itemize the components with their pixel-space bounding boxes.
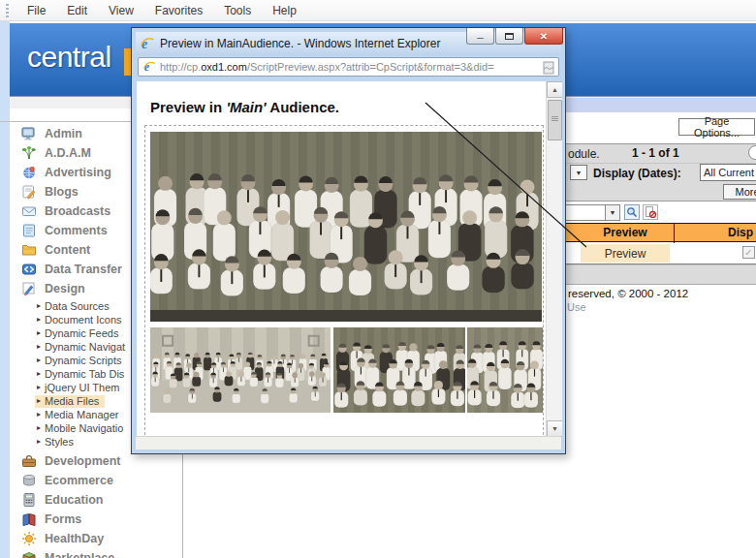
sidebar-subitem-label: Media Files xyxy=(45,395,99,407)
sidebar-subitem-label: Document Icons xyxy=(45,314,121,326)
content-icon xyxy=(21,242,37,258)
central-logo: central xyxy=(27,41,111,74)
tree-bullet-icon: ▸ xyxy=(37,342,41,351)
display-checkbox[interactable]: ✓ xyxy=(742,246,755,259)
scrollbar-thumb[interactable] xyxy=(548,100,562,140)
group-photo-small-1 xyxy=(150,327,331,413)
group-photo-main xyxy=(150,132,542,322)
sidebar-item-marketplace[interactable]: Marketplace xyxy=(10,548,182,558)
ie-icon: e xyxy=(140,36,155,51)
development-icon xyxy=(21,453,37,469)
tree-bullet-icon: ▸ xyxy=(37,383,41,391)
group-photo-small-2 xyxy=(333,327,465,413)
page-options-button[interactable]: Page Options... xyxy=(678,118,755,136)
sidebar-item-label: Data Transfer xyxy=(45,263,122,276)
menu-favorites[interactable]: Favorites xyxy=(144,0,213,21)
sidebar-item-label: Content xyxy=(45,243,90,257)
popup-scrollbar[interactable]: ▲ ▼ xyxy=(546,81,562,437)
marketplace-icon xyxy=(21,550,37,558)
tree-bullet-icon: ▸ xyxy=(37,328,41,337)
forms-icon xyxy=(21,512,37,527)
minimize-button[interactable]: ─ xyxy=(466,28,494,45)
menu-tools[interactable]: Tools xyxy=(213,0,262,21)
group-photo-small-3 xyxy=(467,327,543,413)
sidebar-subitem-label: jQuery UI Them xyxy=(45,382,119,393)
filter-dropdown-button[interactable]: ▼ xyxy=(570,165,587,180)
sidebar-subitem-label: Media Manager xyxy=(45,409,118,420)
window-controls: ─ ✕ xyxy=(466,28,563,45)
screen: FileEditViewFavoritesToolsHelp central A… xyxy=(0,0,756,558)
popup-addressbar: e http://cp.oxd1.com/ScriptPreview.aspx?… xyxy=(136,55,561,78)
sidebar-subitem-label: Styles xyxy=(45,436,74,448)
maximize-button[interactable] xyxy=(495,28,523,45)
page-left-border xyxy=(0,21,10,558)
tree-bullet-icon: ▸ xyxy=(37,423,41,432)
sidebar-item-education[interactable]: Education xyxy=(10,490,182,510)
tree-bullet-icon: ▸ xyxy=(37,410,41,418)
sidebar-item-label: Blogs xyxy=(45,185,79,199)
menu-file[interactable]: File xyxy=(16,0,56,21)
sidebar-item-development[interactable]: Development xyxy=(10,451,182,471)
comments-icon xyxy=(21,223,37,238)
design-icon xyxy=(21,281,37,296)
sidebar-subitem-label: Dynamic Tab Dis xyxy=(45,368,124,380)
display-dates-select[interactable]: All Current xyxy=(700,164,756,181)
sidebar-subitem-label: Dynamic Navigat xyxy=(45,341,125,353)
sidebar-item-label: Design xyxy=(45,282,85,295)
module-label: odule. xyxy=(568,147,600,161)
popup-content: Preview in 'Main' Audience. ▲ ▼ xyxy=(137,81,562,437)
sidebar-item-label: Marketplace xyxy=(45,551,114,558)
column-header-preview: Preview xyxy=(582,226,669,239)
close-icon: ✕ xyxy=(540,31,548,42)
sidebar-item-label: Admin xyxy=(45,127,82,140)
sidebar-item-label: Education xyxy=(45,493,103,507)
url-field[interactable]: e http://cp.oxd1.com/ScriptPreview.aspx?… xyxy=(138,57,559,77)
scroll-down-icon[interactable]: ▼ xyxy=(547,420,562,437)
preview-link[interactable]: Preview xyxy=(581,244,670,263)
admin-icon xyxy=(21,126,37,141)
combo-dropdown-icon[interactable]: ▼ xyxy=(605,205,619,220)
more-actions-button[interactable]: More A xyxy=(723,184,756,200)
minimize-icon: ─ xyxy=(477,33,483,43)
sidebar-subitem-label: Dynamic Feeds xyxy=(45,327,118,339)
tree-bullet-icon: ▸ xyxy=(37,301,41,310)
scroll-up-icon[interactable]: ▲ xyxy=(547,81,562,98)
close-button[interactable]: ✕ xyxy=(524,28,563,45)
terms-of-use-link[interactable]: Use xyxy=(567,301,586,313)
sidebar-item-healthday[interactable]: HealthDay xyxy=(10,529,182,548)
menu-help[interactable]: Help xyxy=(262,0,307,21)
maximize-icon xyxy=(505,33,514,40)
sidebar-item-label: A.D.A.M xyxy=(45,146,91,160)
toolbar-grip-icon xyxy=(6,4,9,17)
sidebar-item-forms[interactable]: Forms xyxy=(10,510,182,529)
remove-filter-icon[interactable] xyxy=(643,204,658,220)
preview-heading: Preview in 'Main' Audience. xyxy=(150,99,339,115)
popup-statusbar xyxy=(136,436,561,450)
menu-view[interactable]: View xyxy=(98,0,144,21)
adam-icon xyxy=(21,145,37,161)
sidebar-item-label: Development xyxy=(45,454,121,468)
tree-bullet-icon: ▸ xyxy=(37,396,41,405)
copyright-text: reserved, © 2000 - 2012 xyxy=(568,288,688,299)
healthday-icon xyxy=(21,531,37,546)
search-icon[interactable] xyxy=(624,204,640,220)
sidebar-item-ecommerce[interactable]: Ecommerce xyxy=(10,471,182,490)
sidebar-item-label: Advertising xyxy=(45,166,111,179)
data-transfer-icon xyxy=(21,262,37,277)
broadcasts-icon xyxy=(21,203,37,219)
menu-edit[interactable]: Edit xyxy=(56,0,98,21)
sidebar-item-label: Ecommerce xyxy=(45,474,113,487)
compatibility-view-icon[interactable] xyxy=(542,61,555,75)
popup-title: Preview in MainAudience. - Windows Inter… xyxy=(160,37,440,50)
sidebar-subitem-label: Dynamic Scripts xyxy=(45,355,121,366)
sidebar-item-label: Forms xyxy=(45,512,81,526)
education-icon xyxy=(21,492,37,508)
tree-bullet-icon: ▸ xyxy=(37,356,41,364)
sidebar-subitem-label: Data Sources xyxy=(45,300,110,312)
sidebar-subitem-label: Mobile Navigatio xyxy=(45,422,123,434)
preview-popup-window: e Preview in MainAudience. - Windows Int… xyxy=(131,27,566,454)
tree-bullet-icon: ▸ xyxy=(37,369,41,378)
blogs-icon xyxy=(21,184,37,200)
pagination-pill-control[interactable] xyxy=(748,145,756,160)
ie-page-icon: e xyxy=(142,60,156,74)
